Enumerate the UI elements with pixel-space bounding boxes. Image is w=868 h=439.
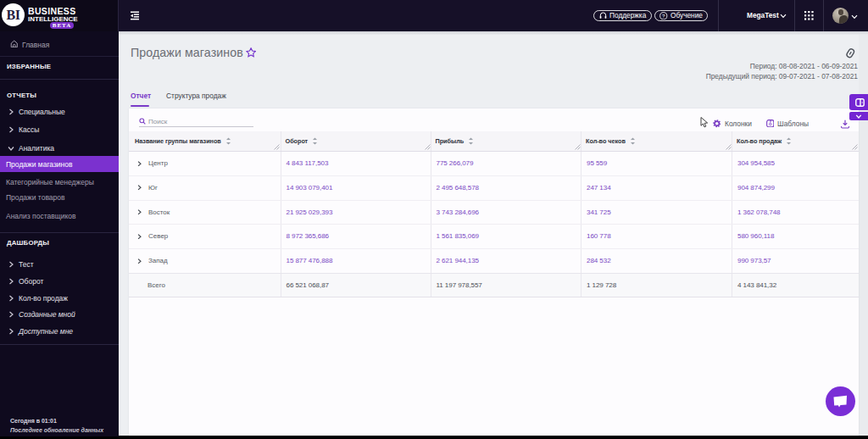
svg-text:?: ? <box>662 12 665 18</box>
